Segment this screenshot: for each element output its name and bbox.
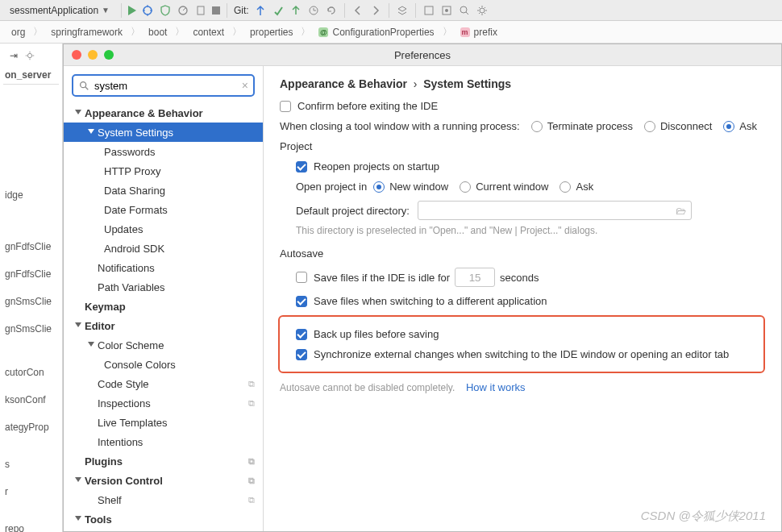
build-icon[interactable]	[396, 4, 409, 17]
confirm-exit-checkbox[interactable]	[280, 101, 291, 112]
watermark: CSDN @令狐少侠2011	[641, 509, 766, 524]
svg-line-17	[85, 87, 89, 90]
crumb-properties[interactable]: properties	[243, 24, 299, 40]
how-it-works-link[interactable]: How it works	[466, 381, 526, 393]
settings-tree: × Appearance & Behavior System Settings …	[64, 66, 264, 531]
radio-ask[interactable]	[723, 121, 734, 132]
list-item[interactable]: gnFdfsClie	[3, 233, 59, 260]
tree-system-settings[interactable]: System Settings	[64, 123, 263, 142]
git-history-icon[interactable]	[307, 4, 320, 17]
main-toolbar: sessmentApplication ▼ Git:	[0, 0, 782, 21]
gear-icon[interactable]	[24, 50, 35, 61]
git-rollback-icon[interactable]	[325, 4, 338, 17]
list-item[interactable]: cutorCon	[3, 359, 59, 386]
list-item[interactable]: gnSmsClie	[3, 288, 59, 315]
radio-new-window[interactable]	[373, 181, 385, 193]
tree-intentions[interactable]: Intentions	[64, 432, 263, 451]
reopen-label: Reopen projects on startup	[314, 160, 439, 172]
debug-icon[interactable]	[141, 4, 154, 17]
search-everywhere-icon[interactable]	[422, 4, 435, 17]
tree-path-variables[interactable]: Path Variables	[64, 277, 263, 297]
save-idle-checkbox[interactable]	[296, 272, 307, 283]
list-item[interactable]: r	[3, 478, 59, 505]
crumb-method[interactable]: mprefix	[454, 24, 504, 40]
tree-console-colors[interactable]: Console Colors	[64, 355, 263, 374]
coverage-icon[interactable]	[159, 4, 172, 17]
git-push-icon[interactable]	[289, 4, 302, 17]
tree-appearance[interactable]: Appearance & Behavior	[64, 103, 263, 123]
save-switch-checkbox[interactable]	[296, 296, 307, 307]
run-config-selector[interactable]: sessmentApplication ▼	[5, 3, 114, 18]
chevron-right-icon: 〉	[232, 25, 242, 39]
crumb-springframework[interactable]: springframework	[44, 24, 129, 40]
list-item[interactable]: repo	[3, 515, 59, 532]
tree-http-proxy[interactable]: HTTP Proxy	[64, 161, 263, 181]
tree-editor[interactable]: Editor	[64, 316, 263, 335]
profile-icon[interactable]	[177, 4, 189, 17]
tree-shelf[interactable]: Shelf⧉	[64, 490, 263, 509]
clear-icon[interactable]: ×	[242, 79, 248, 92]
chevron-right-icon: 〉	[301, 25, 310, 39]
reopen-checkbox[interactable]	[296, 161, 307, 172]
tree-version-control[interactable]: Version Control⧉	[64, 471, 263, 490]
dropdown-icon: ▼	[102, 6, 110, 15]
radio-disconnect[interactable]	[644, 121, 655, 132]
content-breadcrumb: Appearance & Behavior › System Settings	[280, 77, 765, 90]
tree-live-templates[interactable]: Live Templates	[64, 413, 263, 432]
copy-icon: ⧉	[248, 456, 255, 467]
git-update-icon[interactable]	[254, 4, 267, 17]
tree-updates[interactable]: Updates	[64, 219, 263, 239]
tree-code-style[interactable]: Code Style⧉	[64, 374, 263, 393]
stop-icon[interactable]	[212, 6, 220, 15]
tool-icon[interactable]	[440, 4, 453, 17]
svg-point-11	[445, 9, 448, 12]
list-item[interactable]: idge	[3, 181, 59, 209]
save-idle-post: seconds	[500, 272, 539, 284]
radio-current-window[interactable]	[460, 181, 471, 193]
tree-tools[interactable]: Tools	[64, 509, 263, 529]
project-section: Project	[280, 140, 765, 152]
tree-date-formats[interactable]: Date Formats	[64, 200, 263, 219]
search-input[interactable]	[94, 80, 242, 92]
separator	[344, 3, 345, 18]
list-item[interactable]: gnSmsClie	[3, 315, 59, 343]
list-item[interactable]: ksonConf	[3, 386, 59, 414]
list-item[interactable]: s	[3, 451, 59, 478]
idle-seconds-input[interactable]	[455, 268, 495, 287]
tree-android-sdk[interactable]: Android SDK	[64, 239, 263, 258]
tree-plugins[interactable]: Plugins⧉	[64, 451, 263, 471]
radio-terminate[interactable]	[531, 121, 543, 132]
tree-data-sharing[interactable]: Data Sharing	[64, 181, 263, 200]
back-icon[interactable]	[351, 4, 364, 17]
crumb-org[interactable]: org	[5, 24, 31, 40]
list-item[interactable]: gnFdfsClie	[3, 260, 59, 288]
search-input-wrapper[interactable]: ×	[72, 74, 255, 97]
crumb-class[interactable]: @ConfigurationProperties	[312, 24, 440, 40]
collapse-icon[interactable]: ⇥	[10, 50, 18, 61]
close-tool-label: When closing a tool window with a runnin…	[280, 120, 520, 132]
chevron-right-icon: 〉	[131, 25, 140, 39]
find-icon[interactable]	[458, 4, 471, 17]
tree-keymap[interactable]: Keymap	[64, 297, 263, 316]
tree-notifications[interactable]: Notifications	[64, 258, 263, 277]
structure-panel: ⇥ on_server idge gnFdfsClie gnFdfsClie g…	[0, 44, 63, 532]
tree-passwords[interactable]: Passwords	[64, 142, 263, 161]
folder-icon[interactable]: 🗁	[676, 205, 686, 217]
sync-external-checkbox[interactable]	[296, 349, 307, 360]
panel-title: on_server	[3, 66, 59, 85]
radio-open-ask[interactable]	[559, 181, 571, 193]
crumb-context[interactable]: context	[186, 24, 231, 40]
git-commit-icon[interactable]	[272, 4, 285, 17]
attach-icon[interactable]	[194, 4, 207, 17]
default-dir-input[interactable]: 🗁	[418, 201, 692, 220]
tree-web-browsers[interactable]: Web Browsers	[64, 529, 263, 531]
forward-icon[interactable]	[369, 4, 382, 17]
settings-icon[interactable]	[476, 4, 489, 17]
run-icon[interactable]	[128, 6, 136, 15]
separator	[415, 3, 416, 18]
list-item[interactable]: ategyProp	[3, 414, 59, 441]
tree-color-scheme[interactable]: Color Scheme	[64, 335, 263, 355]
backup-checkbox[interactable]	[296, 329, 307, 340]
tree-inspections[interactable]: Inspections⧉	[64, 393, 263, 413]
crumb-boot[interactable]: boot	[142, 24, 173, 40]
